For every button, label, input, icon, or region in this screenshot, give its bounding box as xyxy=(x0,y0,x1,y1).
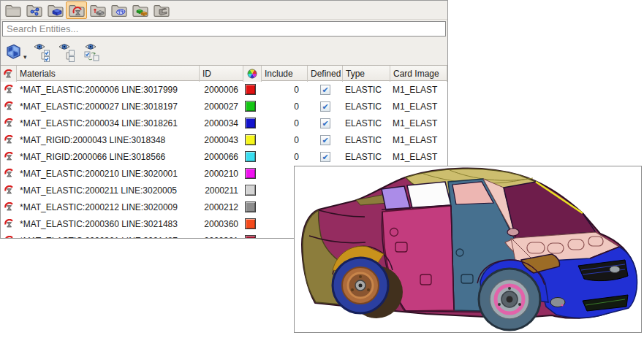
material-name[interactable]: *MAT_ELASTIC:2000360 LINE:3021483 xyxy=(17,219,200,229)
material-name[interactable]: *MAT_ELASTIC:2000034 LINE:3018261 xyxy=(17,118,200,128)
reverse-button[interactable] xyxy=(83,42,102,62)
folder-components-button[interactable] xyxy=(45,1,66,19)
defined-checkbox[interactable]: ✔ xyxy=(320,85,330,95)
header-defined[interactable]: Defined xyxy=(308,66,343,82)
color-swatch[interactable] xyxy=(245,218,256,229)
include-count: 0 xyxy=(262,118,308,128)
include-count: 0 xyxy=(262,135,308,145)
card-image-name: M1_ELAST xyxy=(390,135,447,145)
material-icon xyxy=(1,152,17,161)
model-viewport xyxy=(294,166,642,333)
material-row[interactable]: *MAT_ELASTIC:2000034 LINE:3018261 200003… xyxy=(1,115,447,131)
folder-mesh-button[interactable] xyxy=(108,1,129,19)
show-button[interactable] xyxy=(33,42,52,62)
folder-plots-icon xyxy=(26,3,43,18)
folder-mesh-icon xyxy=(110,3,128,18)
include-count: 0 xyxy=(262,101,308,112)
color-swatch[interactable] xyxy=(245,201,256,212)
color-swatch[interactable] xyxy=(245,134,256,145)
material-id: 2000027 xyxy=(200,101,243,112)
display-toolbar: ▾ xyxy=(1,39,447,65)
search-row xyxy=(1,20,447,39)
dropdown-caret-icon: ▾ xyxy=(23,53,27,61)
folder-all-button[interactable] xyxy=(2,1,23,19)
car-rear-door-glass xyxy=(407,182,451,208)
defined-checkbox[interactable]: ✔ xyxy=(320,152,330,162)
color-swatch[interactable] xyxy=(245,185,256,196)
defined-checkbox[interactable]: ✔ xyxy=(320,118,330,128)
material-type: ELASTIC xyxy=(343,118,390,128)
material-name[interactable]: *MAT_RIGID:2000066 LINE:3018566 xyxy=(17,152,200,162)
folder-materials-button[interactable] xyxy=(66,1,87,19)
include-count: 0 xyxy=(262,85,308,95)
material-row[interactable]: *MAT_RIGID:2000066 LINE:3018566 2000066 … xyxy=(1,148,447,165)
material-type: ELASTIC xyxy=(343,101,390,112)
material-icon xyxy=(1,185,17,195)
color-swatch[interactable] xyxy=(245,235,256,239)
color-swatch[interactable] xyxy=(245,101,256,112)
search-input[interactable] xyxy=(2,21,446,37)
color-swatch[interactable] xyxy=(245,84,256,95)
header-materials[interactable]: Materials xyxy=(17,66,200,82)
header-color-cell[interactable] xyxy=(243,66,262,82)
material-row[interactable]: *MAT_ELASTIC:2000006 LINE:3017999 200000… xyxy=(1,81,447,98)
defined-checkbox[interactable]: ✔ xyxy=(320,101,330,112)
material-id: 2000361 xyxy=(200,236,243,239)
material-row[interactable]: *MAT_ELASTIC:2000027 LINE:3018197 200002… xyxy=(1,98,447,115)
car-front-wheel xyxy=(479,269,540,330)
material-id: 2000210 xyxy=(200,169,243,179)
car-model-render xyxy=(295,166,641,332)
card-image-name: M1_ELAST xyxy=(390,101,447,112)
material-name[interactable]: *MAT_ELASTIC:2000212 LINE:3020009 xyxy=(17,202,200,212)
header-id[interactable]: ID xyxy=(200,66,243,82)
display-style-icon xyxy=(4,43,23,61)
color-swatch[interactable] xyxy=(245,168,256,179)
screen: ▾ xyxy=(0,0,644,338)
folder-plots-button[interactable] xyxy=(23,1,45,19)
material-id: 2000034 xyxy=(200,118,243,128)
material-name[interactable]: *MAT_RIGID:2000043 LINE:3018348 xyxy=(17,135,200,145)
header-card-image[interactable]: Card Image xyxy=(390,66,447,82)
material-icon xyxy=(1,169,17,178)
material-icon xyxy=(1,202,17,212)
header-include[interactable]: Include xyxy=(262,66,308,82)
folder-properties-button[interactable] xyxy=(87,1,108,19)
folder-assemblies-button[interactable] xyxy=(129,1,151,19)
material-name[interactable]: *MAT_ELASTIC:2000361 LINE:3021487 xyxy=(17,236,200,239)
header-type[interactable]: Type xyxy=(343,66,390,82)
folder-sections-button[interactable] xyxy=(151,1,172,19)
folder-properties-icon xyxy=(89,3,107,18)
header-materials-icon-cell[interactable] xyxy=(1,66,17,82)
eye-reverse-icon xyxy=(83,42,102,62)
material-id: 2000043 xyxy=(200,135,243,145)
car-side-mirror xyxy=(507,228,519,236)
material-id: 2000006 xyxy=(200,85,243,95)
eye-show-icon xyxy=(33,42,52,62)
card-image-name: M1_ELAST xyxy=(390,118,447,128)
color-swatch[interactable] xyxy=(245,151,256,162)
material-name[interactable]: *MAT_ELASTIC:2000210 LINE:3020001 xyxy=(17,169,200,179)
color-swatch[interactable] xyxy=(245,118,256,128)
hide-button[interactable] xyxy=(58,42,77,62)
material-name[interactable]: *MAT_ELASTIC:2000211 LINE:3020005 xyxy=(17,185,200,196)
entity-filter-toolbar xyxy=(1,1,447,20)
material-name[interactable]: *MAT_ELASTIC:2000027 LINE:3018197 xyxy=(17,101,200,112)
material-id: 2000066 xyxy=(200,152,243,162)
folder-components-icon xyxy=(47,3,64,18)
color-wheel-icon xyxy=(247,69,257,79)
display-style-button[interactable]: ▾ xyxy=(4,43,27,61)
folder-assemblies-icon xyxy=(132,3,149,18)
card-image-name: M1_ELAST xyxy=(390,152,447,162)
material-name[interactable]: *MAT_ELASTIC:2000006 LINE:3017999 xyxy=(17,85,200,95)
defined-checkbox[interactable]: ✔ xyxy=(320,135,330,145)
material-id: 2000360 xyxy=(200,219,243,229)
folder-sections-icon xyxy=(153,3,170,18)
eye-hide-icon xyxy=(58,42,77,62)
folder-materials-icon xyxy=(68,3,86,18)
material-type: ELASTIC xyxy=(343,135,390,145)
table-header: Materials ID Include Defined Type Card I… xyxy=(1,65,447,81)
material-row[interactable]: *MAT_RIGID:2000043 LINE:3018348 2000043 … xyxy=(1,131,447,148)
material-id: 2000211 xyxy=(200,185,243,196)
material-icon xyxy=(1,135,17,145)
material-icon xyxy=(1,118,17,128)
